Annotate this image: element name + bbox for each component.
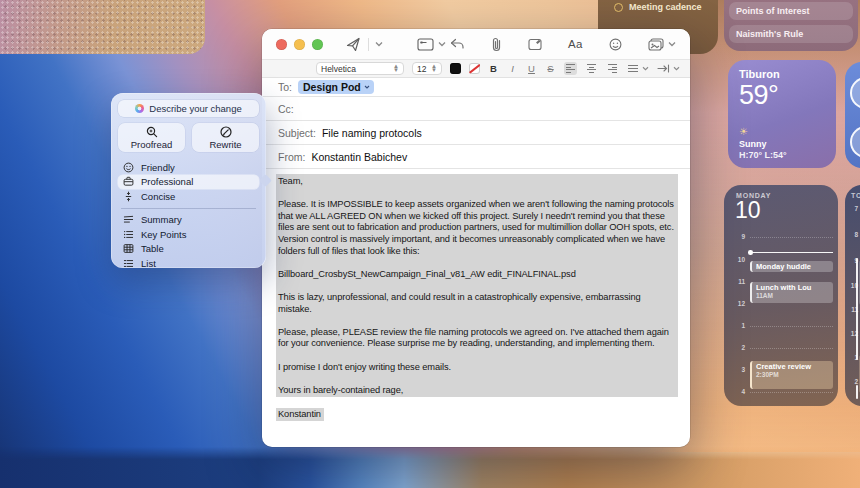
- proofread-button[interactable]: Proofread: [118, 123, 185, 152]
- event-time: 11AM: [756, 292, 833, 299]
- cc-field[interactable]: Cc:: [262, 97, 690, 121]
- wallpaper-rock-texture: [0, 0, 205, 54]
- table-icon: [123, 243, 134, 254]
- selected-text-block: Team, Please. It is IMPOSSIBLE to keep a…: [276, 174, 678, 397]
- send-options-chevron-icon[interactable]: [375, 41, 383, 47]
- rewrite-label: Rewrite: [209, 139, 241, 150]
- from-field[interactable]: From: Konstantin Babichev: [262, 145, 690, 169]
- reminder-item[interactable]: Meeting cadence: [614, 2, 702, 12]
- subject-field[interactable]: Subject: File naming protocols: [262, 121, 690, 145]
- text-color-swatch[interactable]: [450, 63, 461, 74]
- zoom-button[interactable]: [312, 39, 323, 50]
- signature: Konstantin: [276, 408, 324, 421]
- rewrite-button[interactable]: Rewrite: [192, 123, 259, 152]
- transform-list-item[interactable]: List: [118, 256, 259, 271]
- widget-clock-partial[interactable]: [845, 62, 860, 168]
- key-points-icon: [123, 229, 134, 240]
- calendar-gridline: [750, 348, 833, 349]
- list-style-icon[interactable]: [627, 64, 639, 73]
- tone-professional-item[interactable]: Professional: [118, 175, 259, 190]
- calendar-hour-label: 7: [845, 205, 858, 212]
- calendar-event[interactable]: Monday huddle: [750, 261, 833, 272]
- message-body[interactable]: Team, Please. It is IMPOSSIBLE to keep a…: [262, 169, 690, 420]
- reminder-checkbox-icon[interactable]: [614, 3, 623, 12]
- indent-icon[interactable]: [657, 64, 670, 73]
- transform-table-item[interactable]: Table: [118, 242, 259, 257]
- attach-icon[interactable]: [491, 37, 502, 52]
- weather-city: Tiburon: [739, 68, 825, 80]
- proofread-label: Proofread: [131, 139, 173, 150]
- format-button[interactable]: Aa: [568, 38, 583, 50]
- calendar-day-number: 10: [735, 197, 761, 224]
- apple-intelligence-icon: [135, 104, 144, 113]
- calendar-gridline: [750, 237, 833, 238]
- list-item[interactable]: Naismith's Rule: [729, 25, 853, 43]
- emoji-icon[interactable]: [609, 38, 622, 51]
- to-label: To:: [278, 81, 292, 93]
- calendar-event[interactable]: Creative review 2:30PM: [750, 361, 833, 389]
- stepper-icon: ▲▼: [393, 65, 399, 72]
- calendar-hour-label: 4: [724, 388, 745, 395]
- traffic-lights: [276, 39, 323, 50]
- wallpaper-bottom-band: [0, 447, 860, 488]
- undo-icon[interactable]: [450, 38, 465, 50]
- calendar-hour-label: 2: [724, 344, 745, 351]
- tone-concise-item[interactable]: Concise: [118, 189, 259, 204]
- body-paragraph: Please, please, PLEASE review the file n…: [278, 327, 674, 350]
- italic-button[interactable]: I: [507, 63, 518, 74]
- font-size-select[interactable]: 12 ▲▼: [412, 62, 442, 75]
- photo-browser-icon[interactable]: [648, 38, 664, 51]
- transform-summary-item[interactable]: Summary: [118, 213, 259, 228]
- menu-item-label: List: [141, 258, 156, 269]
- menu-item-label: Key Points: [141, 229, 186, 240]
- list-item[interactable]: Points of Interest: [729, 2, 853, 20]
- transform-key-points-item[interactable]: Key Points: [118, 227, 259, 242]
- calendar-header: TO: [851, 192, 860, 199]
- menu-item-label: Concise: [141, 191, 175, 202]
- font-family-select[interactable]: Helvetica ▲▼: [316, 62, 404, 75]
- header-fields-chevron-icon[interactable]: [438, 41, 446, 47]
- calendar-event-bar: [856, 385, 858, 399]
- calendar-event[interactable]: Lunch with Lou 11AM: [750, 282, 833, 303]
- widget-weather[interactable]: Tiburon 59° ☀ Sunny H:70° L:54°: [728, 60, 836, 168]
- calendar-hour-label: 11: [724, 278, 745, 285]
- send-button[interactable]: [345, 36, 362, 53]
- font-size-value: 12: [417, 64, 426, 74]
- bold-button[interactable]: B: [488, 63, 499, 74]
- weather-high-low: H:70° L:54°: [739, 150, 825, 160]
- widget-calendar[interactable]: MONDAY 10 9 10 11 12 1 2 3 4 Monday hudd…: [724, 185, 838, 406]
- to-field[interactable]: To: Design Pod: [262, 78, 690, 97]
- tone-friendly-item[interactable]: Friendly: [118, 160, 259, 175]
- widget-notes-list[interactable]: Points of Interest Naismith's Rule: [724, 0, 858, 51]
- clock-face-icon: [850, 77, 860, 109]
- event-title: Lunch with Lou: [756, 283, 833, 292]
- background-color-swatch[interactable]: [469, 63, 480, 74]
- font-family-value: Helvetica: [321, 64, 356, 74]
- event-title: Monday huddle: [756, 262, 833, 271]
- underline-button[interactable]: U: [526, 63, 537, 74]
- markup-icon[interactable]: [528, 38, 542, 51]
- from-label: From:: [278, 151, 305, 163]
- event-title: Creative review: [756, 362, 833, 371]
- recipient-token[interactable]: Design Pod: [298, 80, 374, 95]
- menu-item-label: Friendly: [141, 162, 175, 173]
- strikethrough-button[interactable]: S: [545, 63, 556, 74]
- list-item-label: Naismith's Rule: [736, 29, 803, 39]
- cc-label: Cc:: [278, 103, 294, 115]
- align-left-button[interactable]: [564, 62, 577, 75]
- calendar-event-bar: [856, 258, 858, 360]
- close-button[interactable]: [276, 39, 287, 50]
- describe-change-input[interactable]: Describe your change: [118, 100, 259, 117]
- widget-calendar-partial[interactable]: TO 7 8 9 10 11 12 1 2: [845, 185, 860, 406]
- window-titlebar[interactable]: Aa: [262, 29, 690, 59]
- concise-icon: [123, 191, 134, 202]
- menu-item-label: Professional: [141, 176, 193, 187]
- align-right-button[interactable]: [606, 62, 619, 75]
- minimize-button[interactable]: [294, 39, 305, 50]
- calendar-hour-label: 1: [724, 322, 745, 329]
- photo-browser-chevron-icon[interactable]: [668, 41, 676, 47]
- align-center-button[interactable]: [585, 62, 598, 75]
- list-icon: [123, 258, 134, 269]
- header-fields-button[interactable]: [417, 38, 434, 51]
- rewrite-pencil-icon: [220, 126, 232, 138]
